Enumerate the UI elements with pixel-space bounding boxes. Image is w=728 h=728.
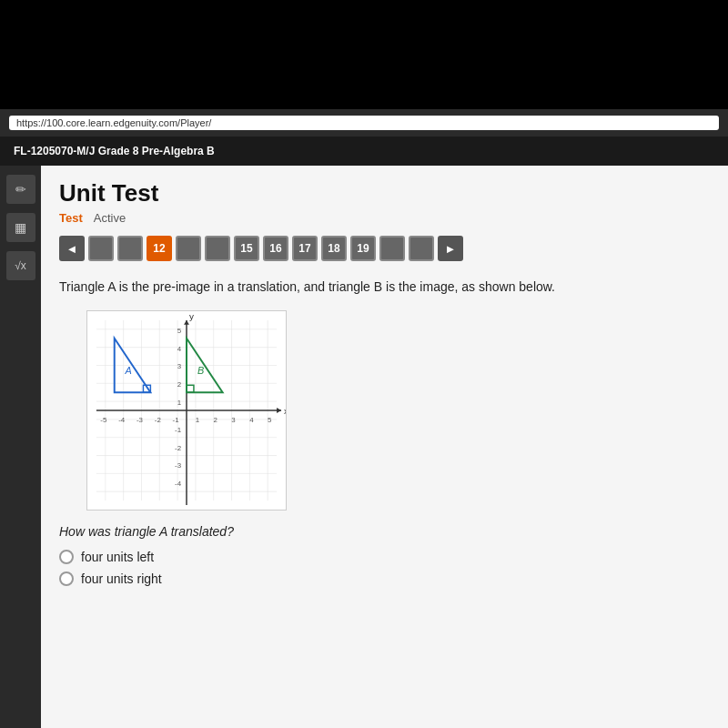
svg-text:B: B: [197, 365, 204, 376]
question-nav: ◄ 12 15 16 17 18 19 ►: [59, 236, 710, 261]
q-15[interactable]: 15: [234, 236, 259, 261]
q-blank-1[interactable]: [88, 236, 114, 261]
svg-text:-2: -2: [155, 416, 161, 424]
svg-marker-22: [277, 408, 281, 413]
nav-bar: FL-1205070-M/J Grade 8 Pre-Algebra B: [0, 136, 728, 166]
calculator-icon[interactable]: ▦: [6, 213, 35, 242]
main-content: ✏ ▦ √x Unit Test Test Active ◄ 12 15 16 …: [0, 166, 728, 728]
svg-text:x: x: [284, 406, 286, 416]
q-blank-5[interactable]: [379, 236, 405, 261]
answer-label-1: four units left: [81, 550, 154, 564]
svg-text:-1: -1: [175, 426, 182, 434]
coordinate-graph: x y -5 -4 -3 -2 -1 1 2 3 4 5 5 4 3 2 1 -…: [87, 311, 286, 510]
svg-rect-49: [187, 385, 194, 392]
svg-text:-4: -4: [118, 416, 126, 424]
radio-2[interactable]: [59, 571, 74, 586]
svg-text:1: 1: [177, 399, 182, 407]
sqrt-icon[interactable]: √x: [6, 251, 35, 280]
svg-text:-1: -1: [173, 416, 180, 424]
prev-button[interactable]: ◄: [59, 236, 85, 261]
svg-text:-4: -4: [175, 480, 182, 488]
content-area: Unit Test Test Active ◄ 12 15 16 17 18 1…: [41, 166, 728, 728]
q-16[interactable]: 16: [263, 236, 288, 261]
test-status: Test Active: [59, 211, 710, 225]
svg-text:5: 5: [268, 416, 272, 424]
svg-text:4: 4: [177, 345, 182, 353]
q-blank-2[interactable]: [117, 236, 143, 261]
q-18[interactable]: 18: [321, 236, 347, 261]
svg-text:2: 2: [177, 380, 181, 389]
browser-url: https://100.core.learn.edgenuity.com/Pla…: [9, 116, 719, 130]
svg-text:5: 5: [177, 327, 182, 335]
answer-label-2: four units right: [81, 571, 162, 586]
test-label: Test: [59, 211, 83, 225]
q-19[interactable]: 19: [350, 236, 376, 261]
svg-text:-2: -2: [175, 444, 181, 452]
answer-option-2[interactable]: four units right: [59, 571, 710, 586]
browser-bar: https://100.core.learn.edgenuity.com/Pla…: [0, 109, 728, 136]
next-button[interactable]: ►: [438, 236, 463, 261]
translation-question: How was triangle A translated?: [59, 524, 710, 539]
svg-text:y: y: [189, 311, 194, 321]
q-17[interactable]: 17: [292, 236, 318, 261]
svg-text:3: 3: [177, 362, 182, 370]
svg-text:3: 3: [231, 416, 236, 424]
q-blank-3[interactable]: [176, 236, 201, 261]
q-blank-4[interactable]: [205, 236, 230, 261]
q-12[interactable]: 12: [147, 236, 172, 261]
pencil-icon[interactable]: ✏: [6, 175, 35, 204]
svg-text:4: 4: [249, 416, 254, 424]
svg-text:-3: -3: [175, 461, 182, 470]
q-blank-6[interactable]: [409, 236, 434, 261]
radio-1[interactable]: [59, 550, 74, 564]
svg-text:A: A: [125, 365, 132, 376]
svg-text:-5: -5: [100, 416, 107, 424]
graph-container: x y -5 -4 -3 -2 -1 1 2 3 4 5 5 4 3 2 1 -…: [86, 310, 287, 511]
svg-text:-3: -3: [136, 416, 144, 424]
svg-text:1: 1: [196, 416, 200, 424]
page-title: Unit Test: [59, 179, 710, 207]
active-label: Active: [94, 211, 126, 225]
left-sidebar: ✏ ▦ √x: [0, 166, 41, 728]
svg-text:2: 2: [214, 416, 217, 424]
answer-option-1[interactable]: four units left: [59, 550, 710, 564]
question-text: Triangle A is the pre-image in a transla…: [59, 278, 710, 297]
course-title: FL-1205070-M/J Grade 8 Pre-Algebra B: [14, 145, 215, 157]
